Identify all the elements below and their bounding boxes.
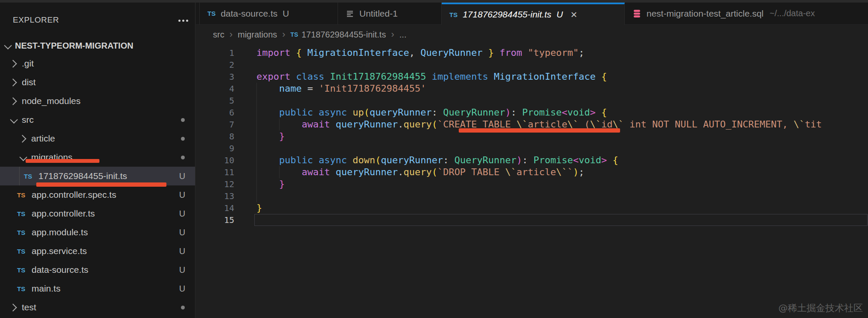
indent-guide — [256, 142, 257, 154]
breadcrumb-separator-icon: › — [391, 29, 394, 40]
line-number: 14 — [196, 202, 234, 214]
tree-item-main.ts[interactable]: TSmain.tsU — [0, 279, 195, 298]
tree-item-data-source.ts[interactable]: TSdata-source.tsU — [0, 260, 195, 279]
untracked-badge: U — [177, 265, 187, 275]
tree-item-label: app.controller.spec.ts — [32, 190, 116, 200]
line-number: 8 — [196, 130, 234, 142]
breadcrumb-item[interactable]: 1718762984455-init.ts — [301, 30, 386, 40]
breadcrumb-item[interactable]: ... — [399, 30, 407, 40]
code-line-content: await queryRunner.query(`DROP TABLE \`ar… — [234, 166, 584, 178]
chevron-down-icon — [10, 116, 17, 123]
tree-item-article[interactable]: article — [0, 129, 195, 148]
typescript-icon: TS — [17, 229, 32, 236]
typescript-icon: TS — [449, 11, 457, 18]
cursor-line-highlight — [254, 214, 868, 226]
tab-file-path: ~/.../data-ex — [769, 9, 815, 18]
breadcrumb-item[interactable]: migrations — [238, 30, 277, 40]
chevron-down-icon — [4, 41, 12, 49]
tree-item-label: src — [22, 115, 34, 125]
tree-item-node-modules[interactable]: node_modules — [0, 92, 195, 110]
indent-guide — [256, 154, 257, 166]
code-line-6[interactable]: 6 public async up(queryRunner: QueryRunn… — [196, 107, 868, 119]
line-number: 13 — [196, 190, 234, 202]
project-root-item[interactable]: NEST-TYPEORM-MIGRATION — [0, 38, 195, 53]
tree-item-app.controller.spec.ts[interactable]: TSapp.controller.spec.tsU — [0, 185, 195, 204]
tree-item-app.controller.ts[interactable]: TSapp.controller.tsU — [0, 204, 195, 223]
indent-guide — [279, 119, 280, 130]
tree-item-.git[interactable]: .git — [0, 54, 195, 73]
tree-item-dist[interactable]: dist — [0, 73, 195, 92]
tree-item-label: main.ts — [32, 283, 61, 294]
line-number: 9 — [196, 142, 234, 154]
code-line-content: } — [234, 202, 262, 214]
tree-item-label: article — [31, 133, 55, 144]
code-line-content: public async up(queryRunner: QueryRunner… — [234, 107, 607, 119]
code-line-1[interactable]: 1import { MigrationInterface, QueryRunne… — [196, 47, 868, 59]
tab-data-source.ts[interactable]: TSdata-source.tsU — [199, 3, 338, 24]
annotation-underline-create-table — [459, 128, 620, 133]
tree-item-app.module.ts[interactable]: TSapp.module.tsU — [0, 223, 195, 242]
chevron-right-icon — [9, 97, 17, 105]
tab-label: 1718762984455-init.ts — [463, 9, 551, 20]
explorer-title: EXPLORER — [13, 15, 59, 25]
tab-1718762984455-init.ts[interactable]: TS1718762984455-init.tsU× — [442, 3, 625, 25]
chevron-right-icon — [9, 78, 17, 86]
code-line-12[interactable]: 12 } — [196, 178, 868, 190]
breadcrumb: src›migrations›TS1718762984455-init.ts›.… — [196, 25, 868, 44]
tree-item-label: app.controller.ts — [32, 208, 95, 219]
code-line-14[interactable]: 14} — [196, 202, 868, 214]
tree-item-migrations[interactable]: migrations — [0, 148, 195, 167]
modified-dot-badge — [181, 118, 185, 122]
indent-guide — [256, 83, 257, 95]
untitled-file-icon — [346, 9, 354, 18]
typescript-icon: TS — [17, 210, 32, 217]
code-line-content: public async down(queryRunner: QueryRunn… — [234, 154, 618, 166]
code-line-2[interactable]: 2 — [196, 59, 868, 71]
indent-guide — [256, 107, 257, 119]
code-line-9[interactable]: 9 — [196, 142, 868, 154]
tree-item-src[interactable]: src — [0, 110, 195, 129]
line-number: 7 — [196, 119, 234, 130]
project-root-label: NEST-TYPEORM-MIGRATION — [15, 41, 133, 51]
untracked-badge: U — [177, 190, 187, 200]
tree-item-label: app.service.ts — [32, 246, 87, 256]
line-number: 3 — [196, 71, 234, 83]
modified-dot-badge — [181, 306, 185, 309]
indent-guide — [256, 178, 257, 190]
typescript-icon: TS — [17, 191, 32, 199]
line-number: 15 — [196, 214, 234, 226]
annotation-underline-migrations — [26, 159, 99, 163]
watermark: @稀土掘金技术社区 — [778, 302, 863, 315]
tree-item-label: 1718762984455-init.ts — [38, 171, 127, 181]
breadcrumb-separator-icon: › — [282, 29, 285, 40]
more-actions-icon[interactable] — [178, 20, 181, 22]
tab-label: nest-migration-test_article.sql — [647, 9, 763, 19]
untracked-badge: U — [177, 228, 187, 237]
tree-item-label: test — [22, 302, 36, 312]
vscode-window: EXPLORER NEST-TYPEORM-MIGRATION .gitdist… — [0, 0, 868, 318]
close-icon[interactable]: × — [571, 9, 577, 20]
tab-nest-migration-test-article.sql[interactable]: nest-migration-test_article.sql~/.../dat… — [625, 3, 868, 24]
typescript-icon: TS — [17, 248, 32, 255]
untracked-badge: U — [177, 284, 187, 294]
tab-Untitled-1[interactable]: Untitled-1 — [338, 3, 442, 24]
line-number: 10 — [196, 154, 234, 166]
untracked-badge: U — [177, 246, 187, 256]
tree-item-label: dist — [22, 77, 36, 87]
code-line-13[interactable]: 13 — [196, 190, 868, 202]
line-number: 11 — [196, 166, 234, 178]
code-line-3[interactable]: 3export class Init1718762984455 implemen… — [196, 71, 868, 83]
typescript-icon: TS — [207, 10, 216, 17]
code-line-10[interactable]: 10 public async down(queryRunner: QueryR… — [196, 154, 868, 166]
breadcrumb-item[interactable]: src — [213, 30, 224, 40]
code-line-4[interactable]: 4 name = 'Init1718762984455' — [196, 83, 868, 95]
code-line-content: name = 'Init1718762984455' — [234, 83, 426, 95]
tree-item-test[interactable]: test — [0, 298, 195, 317]
tab-unsaved-badge: U — [556, 9, 563, 20]
modified-dot-badge — [181, 137, 185, 141]
code-line-15[interactable]: 15 — [196, 214, 868, 226]
code-line-11[interactable]: 11 await queryRunner.query(`DROP TABLE \… — [196, 166, 868, 178]
code-line-5[interactable]: 5 — [196, 95, 868, 107]
tree-item-app.service.ts[interactable]: TSapp.service.tsU — [0, 242, 195, 260]
untracked-badge: U — [177, 209, 187, 219]
